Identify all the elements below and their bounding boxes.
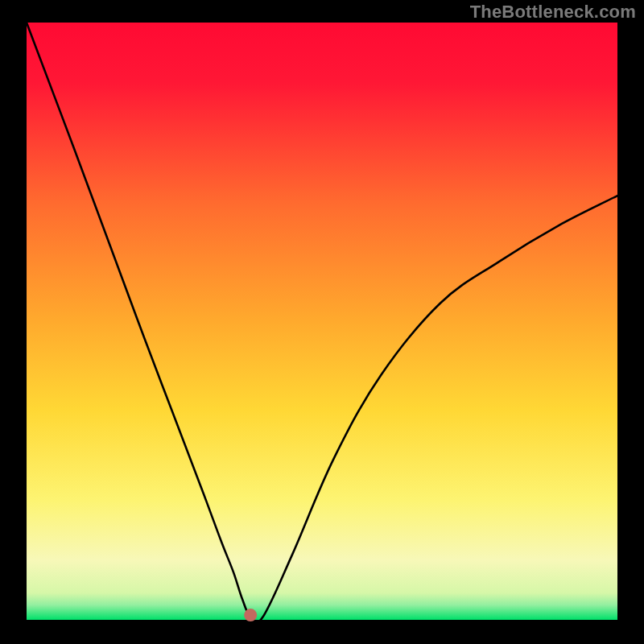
watermark-text: TheBottleneck.com [470,2,636,23]
chart-frame: TheBottleneck.com [0,0,644,644]
chart-svg [0,0,644,644]
plot-background [27,23,617,620]
valley-marker [244,609,257,621]
